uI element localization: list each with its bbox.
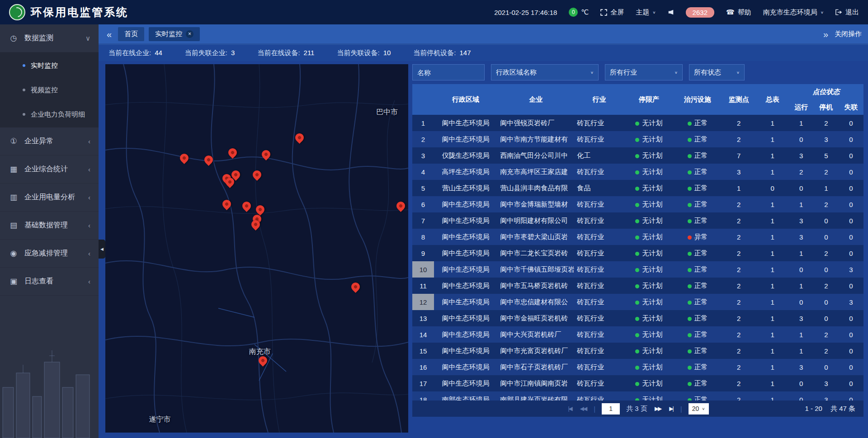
cell-lost: 0 (839, 180, 863, 196)
table-row[interactable]: 4高坪生态环境局南充市高坪区王家店建砖瓦行业无计划正常31220 (412, 164, 863, 180)
table-row[interactable]: 9阆中生态环境局阆中市二龙长宝页岩砖砖瓦行业无计划正常21120 (412, 245, 863, 261)
sidebar-submenu: 实时监控视频监控企业电力负荷明细 (0, 52, 99, 127)
sidebar-subitem-power-load-detail[interactable]: 企业电力负荷明细 (0, 102, 99, 127)
main-column: « 首页实时监控× » 关闭操作 当前在线企业:44当前失联企业:3当前在线设备… (99, 24, 868, 438)
tabs-scroll-left-icon[interactable]: « (105, 30, 113, 39)
tab-realtime[interactable]: 实时监控× (149, 27, 200, 41)
sidebar-collapse-handle[interactable]: ◀ (99, 240, 105, 259)
col-limit: 停限产 (624, 84, 674, 115)
map-roads-layer (105, 64, 408, 433)
cell-meters: 1 (756, 326, 789, 343)
cell-region: 仪陇生态环境局 (434, 147, 497, 164)
cell-company: 阆中市金福旺页岩机砖 (497, 310, 574, 326)
status-dot-icon (635, 235, 639, 240)
cell-region: 阆中生态环境局 (434, 278, 497, 294)
cell-company: 西南油气田分公司川中 (497, 147, 574, 164)
table-row[interactable]: 11阆中生态环境局阆中市五马桥页岩机砖砖瓦行业无计划正常21120 (412, 278, 863, 294)
tabs-scroll-right-icon[interactable]: » (821, 30, 830, 39)
stat-label: 当前在线设备: (257, 49, 300, 57)
close-operations-button[interactable]: 关闭操作 (835, 30, 862, 38)
cell-limit: 无计划 (624, 326, 674, 343)
table-row[interactable]: 5营山生态环境局营山县润丰肉食品有限食品无计划正常10010 (412, 180, 863, 196)
table-row[interactable]: 13阆中生态环境局阆中市金福旺页岩机砖砖瓦行业无计划正常21300 (412, 310, 863, 326)
sidebar-item-power-analysis[interactable]: ▥企业用电量分析‹ (0, 184, 99, 212)
col-facility: 治污设施 (674, 84, 722, 115)
table-row[interactable]: 16阆中生态环境局阆中市石子页岩机砖厂砖瓦行业无计划正常21300 (412, 359, 863, 375)
last-page-button[interactable]: ▶| (668, 405, 674, 412)
region-filter-select[interactable]: 行政区域名称 ∨ (491, 64, 599, 80)
cell-limit: 无计划 (624, 180, 674, 196)
sidebar-item-enterprise-abnormal[interactable]: ①企业异常‹ (0, 127, 99, 155)
chevron-left-icon: ‹ (88, 278, 90, 285)
status-dot-icon (635, 382, 639, 386)
first-page-button[interactable]: |◀ (567, 405, 572, 412)
table-row[interactable]: 3仪陇生态环境局西南油气田分公司川中化工无计划正常71350 (412, 147, 863, 164)
stat-item-3: 当前失联设备:10 (337, 49, 391, 57)
chevron-down-icon: ∨ (652, 10, 656, 14)
announcement-button[interactable] (668, 9, 674, 15)
cell-run: 3 (789, 310, 814, 326)
theme-dropdown[interactable]: 主题 ∨ (636, 8, 656, 17)
tab-home[interactable]: 首页 (118, 27, 144, 41)
database-icon: ▤ (8, 221, 19, 230)
stat-item-0: 当前在线企业:44 (108, 49, 162, 57)
temperature-indicator: 0 ℃ (569, 8, 589, 17)
table-row[interactable]: 14阆中生态环境局阆中大兴页岩机砖厂砖瓦行业无计划正常21120 (412, 326, 863, 343)
fullscreen-button[interactable]: 全屏 (600, 8, 624, 17)
cell-index: 10 (412, 261, 434, 278)
theme-label: 主题 (636, 8, 649, 17)
cell-company: 阆中强锐页岩砖厂 (497, 115, 574, 131)
cell-index: 16 (412, 359, 434, 375)
monitor-icon: ◷ (8, 33, 19, 43)
status-dot-icon (635, 154, 639, 158)
sidebar-item-label: 企业异常 (24, 137, 88, 146)
page-number-input[interactable]: 1 (602, 403, 620, 414)
page-size-select[interactable]: 20 ∨ (689, 403, 709, 414)
cell-meters: 1 (756, 147, 789, 164)
logout-button[interactable]: 退出 (835, 8, 859, 17)
next-page-button[interactable]: ▶▶ (654, 405, 662, 412)
city-skyline-decoration (0, 330, 99, 438)
stat-label: 当前在线企业: (108, 49, 151, 57)
name-filter-input[interactable] (412, 64, 485, 80)
table-row[interactable]: 17阆中生态环境局阆中市江南镇阆南页岩砖瓦行业无计划正常21030 (412, 375, 863, 391)
table-row[interactable]: 2阆中生态环境局阆中市南方节能建材有砖瓦行业无计划正常21030 (412, 131, 863, 147)
sidebar-item-emergency-management[interactable]: ◉应急减排管理‹ (0, 240, 99, 268)
table-row[interactable]: 18南部生态环境局南部县建兴页岩砖有限砖瓦行业无计划正常21030 (412, 391, 863, 400)
cell-meters: 1 (756, 229, 789, 245)
logout-label: 退出 (845, 8, 859, 17)
sidebar-subitem-realtime-monitor[interactable]: 实时监控 (0, 53, 99, 78)
cell-limit: 无计划 (624, 375, 674, 391)
sidebar-item-data-monitoring[interactable]: ◷数据监测∨ (0, 24, 99, 52)
table-row[interactable]: 7阆中生态环境局阆中明阳建材有限公司砖瓦行业无计划正常21300 (412, 212, 863, 229)
sidebar-item-base-data[interactable]: ▤基础数据管理‹ (0, 212, 99, 240)
cell-stop: 0 (814, 359, 839, 375)
table-row[interactable]: 8阆中生态环境局阆中市枣碧大梁山页岩砖瓦行业无计划异常21300 (412, 229, 863, 245)
table-row[interactable]: 1阆中生态环境局阆中强锐页岩砖厂砖瓦行业无计划正常21120 (412, 115, 863, 131)
cell-lost: 0 (839, 115, 863, 131)
status-filter-select[interactable]: 所有状态 ∨ (689, 64, 745, 80)
industry-filter-select[interactable]: 所有行业 ∨ (605, 64, 683, 80)
sidebar-item-log-view[interactable]: ▣日志查看‹ (0, 268, 99, 296)
map-panel[interactable]: 巴中市南充市遂宁市 (105, 64, 408, 433)
cell-index: 5 (412, 180, 434, 196)
cell-region: 南部生态环境局 (434, 391, 497, 400)
tab-close-icon[interactable]: × (186, 30, 193, 38)
sidebar-subitem-video-monitor[interactable]: 视频监控 (0, 78, 99, 102)
table-row[interactable]: 10阆中生态环境局阆中市千佛镇五郎垭页岩砖瓦行业无计划正常21003 (412, 261, 863, 278)
cell-meters: 1 (756, 359, 789, 375)
status-dot-icon (635, 301, 639, 305)
sidebar: ◷数据监测∨实时监控视频监控企业电力负荷明细①企业异常‹▦企业综合统计‹▥企业用… (0, 24, 99, 438)
cell-region: 阆中生态环境局 (434, 115, 497, 131)
prev-page-button[interactable]: ◀◀ (579, 405, 587, 412)
cell-facility: 正常 (674, 164, 722, 180)
org-dropdown[interactable]: 南充市生态环境局 ∨ (763, 8, 824, 17)
sidebar-item-enterprise-stats[interactable]: ▦企业综合统计‹ (0, 155, 99, 184)
help-button[interactable]: ☎ 帮助 (726, 8, 751, 17)
cell-lost: 0 (839, 164, 863, 180)
cell-index: 15 (412, 343, 434, 359)
table-row[interactable]: 15阆中生态环境局阆中市光富页岩机砖厂砖瓦行业无计划正常21120 (412, 343, 863, 359)
alert-count-badge[interactable]: 2632 (686, 7, 714, 18)
table-row[interactable]: 12阆中生态环境局阆中市忠信建材有限公砖瓦行业无计划正常21003 (412, 294, 863, 310)
table-row[interactable]: 6阆中生态环境局阆中市金博瑞新型墙材砖瓦行业无计划正常21120 (412, 196, 863, 212)
